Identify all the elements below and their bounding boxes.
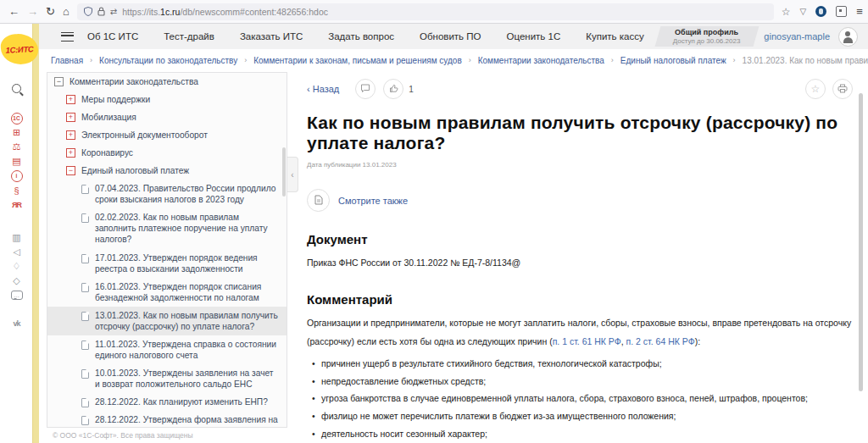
tree-article-item[interactable]: 16.01.2023. Утвержден порядок списания б… xyxy=(47,278,287,307)
info-icon[interactable]: i xyxy=(11,169,23,183)
star-icon: ☆ xyxy=(811,84,821,94)
law-link-2[interactable]: п. 2 ст. 64 НК РФ xyxy=(626,336,695,346)
home-icon[interactable]: ⌂ xyxy=(63,6,70,17)
document-icon xyxy=(81,341,89,350)
printer-icon xyxy=(837,81,848,97)
tree-article-item[interactable]: 11.01.2023. Утверждена справка о состоян… xyxy=(47,335,287,364)
document-icon xyxy=(81,398,89,407)
expand-plus-box[interactable]: + xyxy=(66,130,75,140)
back-button[interactable]: ‹ Назад xyxy=(307,84,339,94)
nav-link[interactable]: Обновить ПО xyxy=(420,31,481,42)
1c-products-icon[interactable]: 1С xyxy=(11,111,23,125)
books-icon[interactable]: ▤ xyxy=(12,154,20,169)
tree-branch[interactable]: +Электронный документооборот xyxy=(47,126,287,144)
sidebar-scrollbar[interactable] xyxy=(282,147,286,197)
breadcrumb-separator: › xyxy=(469,56,471,64)
education-icon[interactable]: ◇ xyxy=(13,274,19,288)
like-button[interactable] xyxy=(383,79,403,99)
collapse-minus-box[interactable]: − xyxy=(54,77,64,86)
nav-link[interactable]: Задать вопрос xyxy=(328,31,394,42)
tree-article-item[interactable]: 02.02.2023. Как по новым правилам заполн… xyxy=(47,208,287,248)
see-also-button[interactable] xyxy=(307,189,330,212)
comment-bubble-icon xyxy=(360,81,370,97)
bullet-item: угроза банкротства в случае единовременн… xyxy=(312,392,858,404)
article-actions: ☆ xyxy=(805,79,853,99)
nav-link[interactable]: Тест-драйв xyxy=(164,31,214,42)
bookmark-star-icon[interactable]: ☆ xyxy=(782,6,791,18)
breadcrumb-link[interactable]: Консультации по законодательству xyxy=(99,56,237,65)
print-button[interactable] xyxy=(832,79,853,99)
tree-article-label: 11.01.2023. Утверждена справка о состоян… xyxy=(95,339,278,361)
sidebar-collapse-handle[interactable]: ‹ xyxy=(287,157,298,192)
news-icon[interactable]: ▥ xyxy=(12,230,20,245)
pocket-icon[interactable]: ▽ xyxy=(800,7,807,16)
nav-link[interactable]: Оценить 1С xyxy=(507,31,561,42)
publication-date: Дата публикации 13.01.2023 xyxy=(307,161,858,169)
browser-menu-icon[interactable]: ≡ xyxy=(856,5,863,18)
hamburger-menu-icon[interactable] xyxy=(61,32,74,42)
tree-article-item[interactable]: 17.01.2023. Утвержден порядок ведения ре… xyxy=(47,249,287,278)
law-link-1[interactable]: п. 1 ст. 61 НК РФ xyxy=(553,336,621,346)
profile-title: Общий профиль xyxy=(673,28,741,36)
people-icon[interactable]: ЯR xyxy=(12,197,21,212)
breadcrumb-current: 13.01.2023. Как по новым правилам получи… xyxy=(743,56,868,65)
see-also-link[interactable]: Смотрите также xyxy=(338,196,408,206)
search-icon[interactable] xyxy=(12,81,21,96)
scales-icon[interactable]: ⚖ xyxy=(13,140,21,154)
megaphone-icon[interactable]: ◁ xyxy=(13,245,19,259)
tree-article-item[interactable]: 28.12.2022. Как планируют изменить ЕНП? xyxy=(47,393,287,411)
username-link[interactable]: ginosyan-maple xyxy=(764,31,830,42)
comment-button[interactable] xyxy=(355,79,376,99)
nav-link[interactable]: Заказать ИТС xyxy=(240,31,303,42)
extension-badge-icon[interactable] xyxy=(815,6,826,17)
section-sign-icon[interactable]: § xyxy=(14,183,19,197)
app-header: Об 1С ИТСТест-драйвЗаказать ИТСЗадать во… xyxy=(39,24,868,49)
article-toolbar: ‹ Назад 1 ☆ xyxy=(307,72,858,99)
breadcrumb-link[interactable]: Главная xyxy=(51,56,83,65)
reload-icon[interactable]: ↻ xyxy=(46,6,55,17)
avatar[interactable] xyxy=(838,27,858,47)
tree-branch[interactable]: −Единый налоговый платеж xyxy=(47,162,287,180)
nav-link[interactable]: Купить кассу xyxy=(586,31,643,42)
tree-article-label: 28.12.2022. Утверждена форма заявления н… xyxy=(95,414,278,428)
cube-icon[interactable]: ⊞ xyxy=(13,125,20,140)
favorite-button[interactable]: ☆ xyxy=(805,79,826,99)
back-icon[interactable]: ← xyxy=(8,6,19,17)
search-icon-glyph xyxy=(12,84,21,93)
breadcrumb-separator: › xyxy=(90,56,92,64)
content-scrollbar[interactable] xyxy=(859,93,863,391)
expand-plus-box[interactable]: + xyxy=(66,95,75,104)
chat-icon[interactable]: … xyxy=(11,288,23,302)
nav-link[interactable]: Об 1С ИТС xyxy=(87,31,138,42)
award-icon[interactable]: ♢ xyxy=(13,259,21,274)
article-title: Как по новым правилам получить отсрочку … xyxy=(307,113,858,153)
tree-branch[interactable]: +Мобилизация xyxy=(47,108,287,126)
collapse-minus-box[interactable]: − xyxy=(66,166,75,175)
info-icon-glyph: i xyxy=(11,170,23,182)
profile-chip[interactable]: Общий профиль Доступ до 30.06.2023 xyxy=(658,26,756,47)
top-nav: Об 1С ИТСТест-драйвЗаказать ИТСЗадать во… xyxy=(87,31,644,42)
bullet-item: непредоставление бюджетных средств; xyxy=(312,375,858,387)
expand-plus-box[interactable]: + xyxy=(66,148,75,158)
article-panel: ‹ Назад 1 ☆ Как по новы xyxy=(307,72,858,443)
tree-root[interactable]: −Комментарии законодательства xyxy=(47,73,287,91)
translate-icon[interactable]: ⇄ xyxy=(110,8,117,16)
extension-icon[interactable] xyxy=(836,6,847,17)
breadcrumb-link[interactable]: Комментарии к законам, письмам и решения… xyxy=(253,56,462,65)
url-text[interactable]: https://its.1c.ru/db/newscomm#content:48… xyxy=(122,7,328,17)
tree-branch-label: Меры поддержки xyxy=(81,94,150,105)
breadcrumb-link[interactable]: Единый налоговый платеж xyxy=(620,56,726,65)
url-bar[interactable]: ⇄ https://its.1c.ru/db/newscomm#content:… xyxy=(77,3,774,20)
tree-branch[interactable]: +Коронавирус xyxy=(47,144,287,162)
shield-icon[interactable] xyxy=(84,7,92,16)
tree-article-item[interactable]: 10.01.2023. Утверждены заявления на заче… xyxy=(47,364,287,393)
tree-article-item[interactable]: 28.12.2022. Утверждена форма заявления н… xyxy=(47,411,287,428)
vk-icon[interactable]: vk xyxy=(13,316,19,330)
expand-plus-box[interactable]: + xyxy=(66,113,75,122)
see-also-row[interactable]: Смотрите также xyxy=(307,189,858,212)
forward-icon[interactable]: → xyxy=(27,6,38,17)
tree-article-item[interactable]: 07.04.2023. Правительство России продлил… xyxy=(47,180,287,208)
breadcrumb-link[interactable]: Комментарии законодательства xyxy=(478,56,604,65)
tree-branch[interactable]: +Меры поддержки xyxy=(47,91,287,108)
tree-article-item[interactable]: 13.01.2023. Как по новым правилам получи… xyxy=(47,307,287,335)
